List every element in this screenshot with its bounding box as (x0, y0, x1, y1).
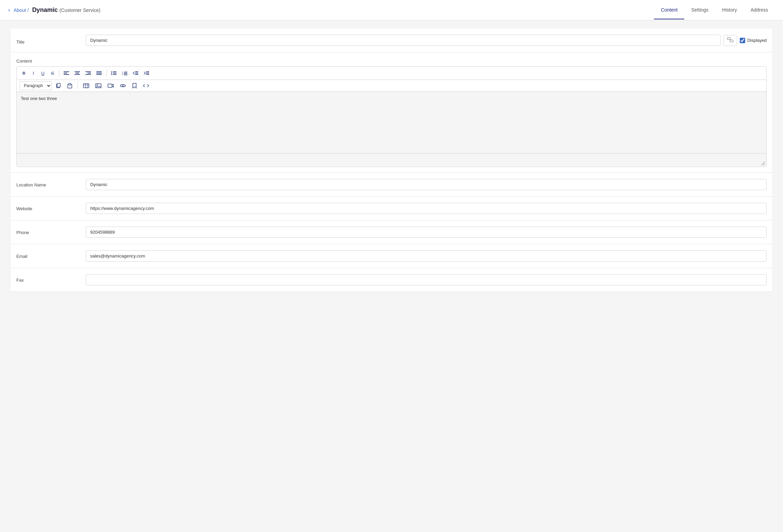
align-justify-button[interactable] (94, 69, 104, 78)
paste-button[interactable] (65, 81, 75, 90)
italic-button[interactable]: I (29, 69, 38, 78)
header: ‹ About / Dynamic (Customer Service) Con… (0, 0, 783, 20)
svg-point-41 (97, 84, 98, 86)
svg-line-45 (764, 164, 765, 165)
content-section: Content B I U S (11, 52, 772, 173)
breadcrumb-about[interactable]: About / (14, 7, 29, 13)
title-row: Title Displayed (11, 29, 772, 52)
displayed-wrap: Displayed (740, 38, 767, 43)
paragraph-select[interactable]: Paragraph Heading 1 Heading 2 Heading 3 (19, 81, 52, 90)
back-button[interactable]: ‹ (8, 6, 10, 14)
svg-point-14 (111, 71, 112, 72)
indent-less-button[interactable] (130, 69, 141, 78)
svg-rect-36 (83, 84, 89, 88)
bookmark-button[interactable] (130, 81, 139, 90)
video-button[interactable] (105, 81, 116, 90)
svg-text:3.: 3. (122, 74, 123, 75)
indent-more-button[interactable] (141, 69, 151, 78)
phone-input[interactable] (86, 227, 767, 238)
page-subtitle: (Customer Service) (59, 7, 100, 13)
header-left: ‹ About / Dynamic (Customer Service) (8, 6, 100, 14)
svg-point-16 (111, 73, 112, 74)
title-input-wrap: Displayed (86, 35, 772, 46)
toolbar-separator-3 (78, 82, 78, 89)
fax-field (86, 274, 772, 285)
editor-resize-handle (17, 153, 766, 167)
phone-label: Phone (11, 227, 86, 235)
nav-tabs: Content Settings History Address (654, 1, 775, 19)
table-button[interactable] (81, 81, 92, 90)
content-label: Content (11, 52, 772, 66)
editor-wrap: B I U S (16, 66, 767, 167)
translate-button[interactable] (723, 35, 737, 46)
svg-rect-35 (69, 83, 71, 85)
displayed-checkbox[interactable] (740, 38, 745, 43)
location-name-field (86, 179, 772, 190)
ordered-list-button[interactable]: 1.2.3. (119, 69, 130, 78)
underline-button[interactable]: U (38, 69, 47, 78)
editor-toolbar-row1: B I U S (17, 67, 766, 80)
fax-input[interactable] (86, 274, 767, 285)
copy-button[interactable] (53, 81, 63, 90)
website-field (86, 203, 772, 214)
editor-toolbar-row2: Paragraph Heading 1 Heading 2 Heading 3 (17, 80, 766, 92)
svg-rect-1 (730, 40, 733, 42)
svg-point-18 (111, 74, 112, 75)
page-title: Dynamic (Customer Service) (32, 6, 100, 14)
strikethrough-button[interactable]: S (48, 69, 57, 78)
form-row-website: Website (11, 197, 772, 220)
email-input[interactable] (86, 250, 767, 262)
form-fields: Location Name Website Phone Email Fax (11, 173, 772, 292)
editor-body[interactable]: Test one two three (17, 92, 766, 153)
form-row-email: Email (11, 244, 772, 268)
main-content: Title Displayed Content B I U S (0, 20, 783, 532)
align-right-button[interactable] (83, 69, 93, 78)
link-button[interactable] (117, 81, 128, 90)
unordered-list-button[interactable] (109, 69, 119, 78)
toolbar-separator-2 (106, 70, 107, 77)
location-name-input[interactable] (86, 179, 767, 190)
align-center-button[interactable] (72, 69, 82, 78)
form-row-phone: Phone (11, 220, 772, 244)
svg-rect-33 (57, 83, 60, 87)
website-label: Website (11, 203, 86, 211)
website-input[interactable] (86, 203, 767, 214)
align-left-button[interactable] (61, 69, 71, 78)
email-label: Email (11, 250, 86, 259)
phone-field (86, 227, 772, 238)
title-label: Title (11, 36, 86, 45)
email-field (86, 250, 772, 262)
form-row-location-name: Location Name (11, 173, 772, 197)
location-name-label: Location Name (11, 179, 86, 187)
tab-history[interactable]: History (715, 1, 744, 19)
image-button[interactable] (93, 81, 104, 90)
displayed-label: Displayed (747, 38, 767, 43)
tab-content[interactable]: Content (654, 1, 684, 19)
code-button[interactable] (141, 81, 151, 90)
svg-rect-42 (108, 84, 112, 87)
svg-rect-0 (727, 37, 730, 39)
bold-button[interactable]: B (19, 69, 28, 78)
fax-label: Fax (11, 274, 86, 283)
form-row-fax: Fax (11, 268, 772, 292)
toolbar-separator-1 (59, 70, 59, 77)
title-input[interactable] (86, 35, 721, 46)
tab-address[interactable]: Address (744, 1, 775, 19)
tab-settings[interactable]: Settings (684, 1, 715, 19)
svg-line-44 (762, 163, 765, 165)
